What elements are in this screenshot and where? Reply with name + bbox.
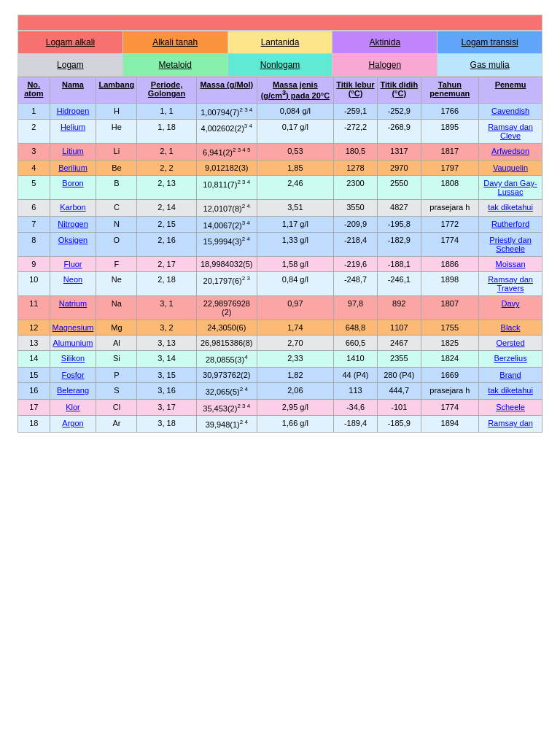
discoverer-link[interactable]: Priestly dan Scheele (489, 236, 531, 253)
discoverer-link[interactable]: Davy (502, 299, 520, 308)
discoverer-link[interactable]: Arfwedson (491, 147, 529, 155)
element-name-link[interactable]: Fosfor (61, 371, 84, 379)
table-cell: 15 (18, 367, 50, 382)
element-name-link[interactable]: Karbon (60, 203, 85, 212)
table-cell: 3, 1 (137, 296, 196, 320)
discoverer-link[interactable]: Brand (499, 371, 521, 379)
element-name-link[interactable]: Alumunium (52, 338, 93, 347)
table-cell: Fluor (50, 257, 96, 272)
table-cell: 2300 (334, 175, 378, 199)
discoverer-link[interactable]: Ramsay dan Travers (488, 275, 533, 293)
element-name-link[interactable]: Klor (66, 403, 80, 411)
element-name-link[interactable]: Natrium (59, 299, 88, 308)
table-cell: 0,17 g/l (257, 120, 333, 144)
table-cell: 1107 (377, 320, 421, 336)
periodic-table: No. atomNamaLambangPeriode, GolonganMass… (18, 77, 542, 433)
table-cell: Belerang (50, 382, 96, 399)
table-row: 13AlumuniumAl3, 1326,9815386(8)2,70660,5… (18, 336, 542, 351)
table-cell: 1772 (421, 216, 478, 233)
category-cell[interactable]: Logam transisi (438, 31, 542, 54)
table-cell: 1895 (421, 120, 478, 144)
table-cell: 1 (18, 103, 50, 120)
table-cell: 2, 18 (137, 272, 196, 296)
table-cell: 2,70 (257, 336, 333, 351)
category-cell[interactable]: Aktinida (332, 31, 438, 54)
discoverer-link[interactable]: tak diketahui (488, 386, 533, 395)
discoverer-link[interactable]: Oersted (496, 338, 524, 347)
table-row: 18ArgonAr3, 1839,948(1)2 41,66 g/l-189,4… (18, 416, 542, 433)
discoverer-link[interactable]: Ramsay dan (488, 419, 533, 427)
main-title (18, 15, 542, 31)
element-name-link[interactable]: Berilium (58, 163, 88, 172)
element-name-link[interactable]: Litium (62, 147, 83, 155)
element-name-link[interactable]: Nitrogen (58, 220, 88, 228)
element-name-link[interactable]: Argon (62, 419, 83, 427)
category-cell[interactable]: Halogen (332, 54, 438, 77)
table-cell: 13 (18, 336, 50, 351)
discoverer-link[interactable]: Ramsay dan Cleve (488, 123, 533, 140)
element-name-link[interactable]: Helium (61, 123, 85, 131)
table-cell: C (96, 199, 137, 216)
element-name-link[interactable]: Magnesium (52, 323, 94, 332)
table-cell: 3, 16 (137, 382, 196, 399)
table-cell: 97,8 (334, 296, 378, 320)
element-name-link[interactable]: Hidrogen (57, 107, 90, 115)
element-name-link[interactable]: Fluor (63, 260, 82, 268)
table-cell: 2355 (377, 351, 421, 368)
table-cell: 648,8 (334, 320, 378, 336)
table-header-cell: Lambang (96, 77, 137, 104)
table-cell: P (96, 367, 137, 382)
table-cell: 1808 (421, 175, 478, 199)
table-cell: 1,74 (257, 320, 333, 336)
discoverer-link[interactable]: Moissan (496, 260, 526, 268)
table-cell: 6 (18, 199, 50, 216)
table-cell: 0,084 g/l (257, 103, 333, 120)
table-cell: 0,53 (257, 144, 333, 160)
table-cell: 14 (18, 351, 50, 368)
table-cell: prasejara h (421, 199, 478, 216)
category-cell[interactable]: Logam (18, 54, 123, 77)
table-cell: 3550 (334, 199, 378, 216)
discoverer-link[interactable]: Rutherford (491, 220, 529, 228)
category-cell[interactable]: Alkali tanah (123, 31, 228, 54)
discoverer-link[interactable]: Black (501, 323, 521, 332)
category-cell[interactable]: Metaloid (123, 54, 228, 77)
table-cell: 1410 (334, 351, 378, 368)
table-cell: Magnesium (50, 320, 96, 336)
table-cell: 2, 15 (137, 216, 196, 233)
table-cell: Arfwedson (479, 144, 542, 160)
element-name-link[interactable]: Belerang (57, 386, 89, 395)
category-cell[interactable]: Nonlogam (228, 54, 333, 77)
discoverer-link[interactable]: Scheele (496, 403, 525, 411)
element-name-link[interactable]: Boron (62, 179, 83, 187)
table-header-cell: Massa (g/Mol) (196, 77, 257, 104)
discoverer-link[interactable]: Vauquelin (493, 163, 528, 172)
category-cell[interactable]: Lantanida (228, 31, 333, 54)
table-cell: -185,9 (377, 416, 421, 433)
table-cell: 1894 (421, 416, 478, 433)
table-cell: Helium (50, 120, 96, 144)
table-cell: 9,012182(3) (196, 160, 257, 175)
discoverer-link[interactable]: Davy dan Gay-Lussac (483, 179, 537, 196)
table-cell: 1278 (334, 160, 378, 175)
table-cell: 9 (18, 257, 50, 272)
table-cell: 18,9984032(5) (196, 257, 257, 272)
table-cell: Ramsay dan Travers (479, 272, 542, 296)
category-cell[interactable]: Logam alkali (18, 31, 123, 54)
table-cell: -246,1 (377, 272, 421, 296)
discoverer-link[interactable]: Cavendish (491, 107, 529, 115)
discoverer-link[interactable]: tak diketahui (488, 203, 533, 212)
table-cell: -182,9 (377, 233, 421, 257)
discoverer-link[interactable]: Berzelius (494, 354, 526, 363)
table-cell: Ne (96, 272, 137, 296)
table-row: 12MagnesiumMg3, 224,3050(6)1,74648,81107… (18, 320, 542, 336)
table-cell: Rutherford (479, 216, 542, 233)
table-cell: -268,9 (377, 120, 421, 144)
element-name-link[interactable]: Neon (63, 275, 82, 284)
table-cell: 30,973762(2) (196, 367, 257, 382)
category-cell[interactable]: Gas mulia (438, 54, 542, 77)
table-cell: Si (96, 351, 137, 368)
element-name-link[interactable]: Silikon (61, 354, 85, 363)
element-name-link[interactable]: Oksigen (58, 236, 88, 244)
table-cell: Black (479, 320, 542, 336)
